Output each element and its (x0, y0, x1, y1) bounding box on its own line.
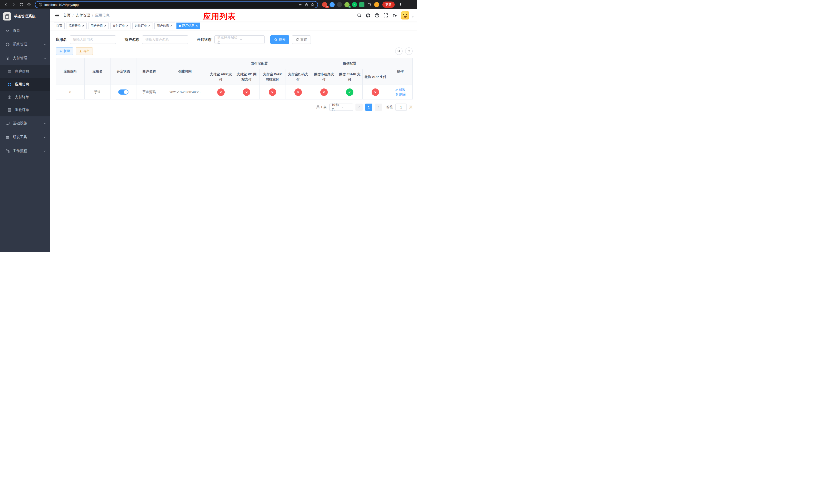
sidebar-item-merchant-info[interactable]: 商户信息 (0, 65, 50, 78)
sidebar-item-home[interactable]: 首页 (0, 24, 50, 38)
browser-toolbar: localhost:1024/pay/app 10 1 更新 (0, 0, 417, 9)
sidebar-item-payment[interactable]: 支付管理 (0, 51, 50, 65)
card-icon (7, 69, 12, 74)
col-header-wechat-app: 微信 APP 支付 (363, 69, 388, 85)
wechat-check-icon[interactable] (352, 2, 357, 7)
next-page-button[interactable] (375, 104, 382, 111)
sidebar-item-system[interactable]: 系统管理 (0, 38, 50, 51)
browser-back-button[interactable] (3, 1, 9, 8)
font-size-icon[interactable] (392, 13, 397, 18)
cell-alipay-app: × (208, 85, 234, 99)
cell-wechat-app: × (363, 85, 388, 99)
devtools-icon[interactable] (359, 2, 365, 7)
address-bar[interactable]: localhost:1024/pay/app (35, 1, 318, 8)
chevron-down-icon (43, 122, 46, 125)
row-status-toggle[interactable] (118, 90, 129, 95)
status-enabled-icon: ✓ (346, 88, 353, 96)
tab-process-form[interactable]: 流程表单 (66, 23, 87, 29)
chrome-update-button[interactable]: 更新 (382, 2, 395, 8)
emoji-avatar-icon[interactable] (374, 2, 379, 7)
tab-refund-orders[interactable]: 退款订单 (132, 23, 153, 29)
chevron-down-icon (43, 43, 46, 46)
tab-label: 商户信息 (157, 24, 169, 28)
tab-close-icon[interactable] (126, 25, 129, 27)
browser-reload-button[interactable] (18, 1, 25, 8)
cell-alipay-wap: × (260, 85, 285, 99)
extension-icon-2[interactable] (330, 2, 335, 7)
sidebar-item-workflow[interactable]: 工作流程 (0, 144, 50, 158)
search-button[interactable]: 搜索 (270, 36, 289, 44)
tab-app-info[interactable]: 应用信息 (176, 23, 200, 29)
sidebar-item-pay-orders[interactable]: 支付订单 (0, 91, 50, 104)
header-actions (357, 11, 414, 20)
breadcrumb-separator: / (72, 13, 73, 18)
col-header-app-name: 应用名 (85, 58, 111, 85)
extension-icon-3[interactable] (337, 2, 342, 7)
site-info-icon[interactable] (39, 3, 42, 7)
share-icon[interactable] (305, 3, 308, 7)
profile-extension-icon[interactable]: 1 (345, 2, 350, 7)
tab-close-icon[interactable] (170, 25, 173, 27)
user-avatar[interactable] (401, 11, 409, 20)
status-disabled-icon: × (269, 88, 276, 96)
tab-close-icon[interactable] (82, 25, 84, 27)
tab-close-icon[interactable] (104, 25, 106, 27)
merchant-name-input[interactable] (142, 36, 188, 44)
add-button[interactable]: 新增 (56, 47, 73, 55)
sidebar-item-label: 系统管理 (13, 42, 40, 47)
status-disabled-icon: × (294, 88, 302, 96)
sidebar-item-label: 商户信息 (15, 69, 46, 74)
export-button[interactable]: 导出 (76, 47, 93, 55)
toolbar-right (395, 47, 413, 55)
sidebar-item-infrastructure[interactable]: 基础设施 (0, 116, 50, 130)
refresh-table-button[interactable] (405, 47, 413, 55)
page-number-1[interactable]: 1 (365, 104, 372, 111)
tab-home[interactable]: 首页 (54, 23, 65, 29)
sidebar-item-app-info[interactable]: 应用信息 (0, 78, 50, 91)
puzzle-extensions-icon[interactable] (367, 2, 372, 7)
dashboard-icon (5, 28, 10, 33)
help-icon[interactable] (375, 13, 379, 18)
prev-page-button[interactable] (355, 104, 363, 111)
col-header-alipay-wap: 支付宝 WAP 网站支付 (260, 69, 285, 85)
sidebar-logo-row[interactable]: 芋道管理系统 (0, 9, 50, 24)
status-select[interactable]: 请选择开启状态 (214, 36, 265, 44)
extensions-cluster: 10 1 (322, 2, 379, 7)
password-key-icon[interactable] (299, 3, 303, 7)
cell-alipay-qr: × (285, 85, 311, 99)
toggle-search-icon-button[interactable] (395, 47, 403, 55)
tab-close-icon[interactable] (196, 25, 198, 27)
status-disabled-icon: × (372, 88, 379, 96)
tab-merchant-info[interactable]: 商户信息 (154, 23, 175, 29)
breadcrumb-payment[interactable]: 支付管理 (76, 13, 90, 18)
tab-label: 应用信息 (182, 24, 194, 28)
goto-page-input[interactable] (395, 104, 407, 111)
yen-icon (5, 56, 10, 61)
app-name-label: 应用名 (56, 38, 67, 42)
browser-forward-button[interactable] (10, 1, 17, 8)
reset-button[interactable]: 重置 (292, 36, 311, 44)
delete-link[interactable]: 删除 (395, 92, 406, 97)
sidebar-item-dev-tools[interactable]: 研发工具 (0, 130, 50, 144)
avatar-caret-down-icon[interactable] (411, 16, 414, 19)
app-name-input[interactable] (70, 36, 116, 44)
breadcrumb-current: 应用信息 (95, 13, 110, 18)
tab-user-group[interactable]: 用户分组 (88, 23, 109, 29)
merchant-name-label: 商户名称 (125, 38, 139, 42)
edit-link[interactable]: 修改 (395, 87, 406, 92)
browser-home-button[interactable] (26, 1, 32, 8)
sidebar-item-refund-orders[interactable]: 退款订单 (0, 104, 50, 116)
search-icon[interactable] (357, 13, 361, 18)
add-button-label: 新增 (64, 49, 70, 53)
github-icon[interactable] (366, 13, 371, 18)
breadcrumb-home[interactable]: 首页 (63, 13, 70, 18)
sidebar-fold-icon[interactable] (54, 13, 59, 18)
fullscreen-icon[interactable] (383, 13, 388, 18)
tab-close-icon[interactable] (148, 25, 151, 27)
bookmark-star-icon[interactable] (311, 3, 314, 7)
tab-pay-orders[interactable]: 支付订单 (110, 23, 131, 29)
page-size-select[interactable]: 10条/页 (329, 104, 353, 111)
browser-menu-icon[interactable] (397, 1, 404, 8)
page-annotation-title: 应用列表 (203, 11, 236, 22)
extension-icon-1[interactable]: 10 (322, 2, 327, 7)
